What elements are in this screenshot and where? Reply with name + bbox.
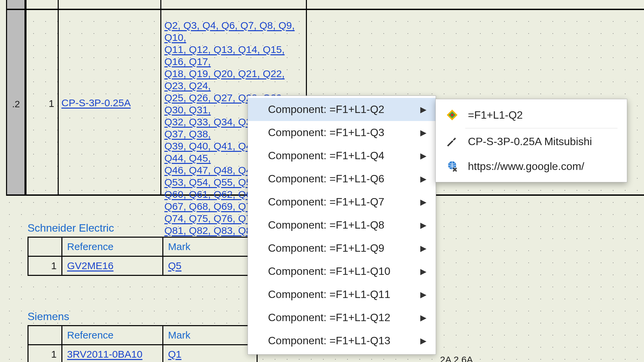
table-row: 1 GV2ME16 Q5 (28, 256, 257, 276)
wrench-icon (445, 134, 459, 148)
chevron-right-icon: ▶ (420, 290, 426, 299)
section-title-schneider: Schneider Electric (28, 222, 114, 234)
col-mark: Mark (163, 237, 257, 256)
context-menu-item[interactable]: Component: =F1+L1-Q8▶ (248, 214, 436, 237)
cell-mark-link[interactable]: Q5 (168, 260, 181, 271)
col-reference: Reference (62, 326, 163, 345)
context-menu-item[interactable]: Component: =F1+L1-Q4▶ (248, 144, 436, 167)
context-menu: Component: =F1+L1-Q2▶Component: =F1+L1-Q… (248, 96, 436, 355)
context-menu-item[interactable]: Component: =F1+L1-Q11▶ (248, 283, 436, 306)
context-submenu: =F1+L1-Q2 CP-S-3P-0.25A Mitsubishi https… (435, 99, 627, 182)
submenu-link[interactable]: https://www.google.com/ (436, 154, 627, 179)
col-number (28, 237, 62, 256)
context-menu-item-label: Component: =F1+L1-Q12 (268, 311, 390, 324)
chevron-right-icon: ▶ (420, 105, 426, 114)
row-reference-link[interactable]: CP-S-3P-0.25A (61, 97, 131, 109)
context-menu-item[interactable]: Component: =F1+L1-Q13▶ (248, 329, 436, 352)
chevron-right-icon: ▶ (420, 197, 426, 207)
cell-number: 1 (28, 256, 62, 276)
row-index: .2 (12, 99, 20, 110)
context-menu-item-label: Component: =F1+L1-Q2 (268, 103, 384, 116)
submenu-separator (465, 128, 618, 128)
row-top-border (6, 9, 644, 10)
col-reference: Reference (62, 237, 163, 256)
table-row: 1 3RV2011-0BA10 Q1 (28, 345, 257, 362)
chevron-right-icon: ▶ (420, 128, 426, 137)
cell-mark-link[interactable]: Q1 (168, 349, 181, 360)
context-menu-item-label: Component: =F1+L1-Q11 (268, 288, 390, 301)
context-menu-item-label: Component: =F1+L1-Q7 (268, 196, 384, 208)
chevron-right-icon: ▶ (420, 336, 426, 346)
component-icon (445, 108, 459, 122)
context-menu-item[interactable]: Component: =F1+L1-Q6▶ (248, 167, 436, 190)
context-menu-item[interactable]: Component: =F1+L1-Q12▶ (248, 306, 436, 329)
globe-link-icon (445, 159, 459, 173)
cell-reference-link[interactable]: 3RV2011-0BA10 (67, 349, 143, 360)
context-menu-item[interactable]: Component: =F1+L1-Q7▶ (248, 190, 436, 214)
context-menu-item-label: Component: =F1+L1-Q10 (268, 265, 390, 278)
chevron-right-icon: ▶ (420, 221, 426, 230)
context-menu-item[interactable]: Component: =F1+L1-Q9▶ (248, 237, 436, 260)
submenu-part-label: CP-S-3P-0.25A Mitsubishi (468, 135, 592, 148)
chevron-right-icon: ▶ (420, 151, 426, 161)
cell-divider (25, 0, 26, 194)
extra-value-text: .2A 2.6A (437, 355, 473, 362)
context-menu-item-label: Component: =F1+L1-Q3 (268, 126, 384, 139)
table-siemens: Reference Mark 1 3RV2011-0BA10 Q1 (28, 325, 258, 362)
context-menu-item-label: Component: =F1+L1-Q6 (268, 173, 384, 185)
context-menu-item[interactable]: Component: =F1+L1-Q3▶ (248, 121, 436, 144)
chevron-right-icon: ▶ (420, 313, 426, 322)
cell-number: 1 (28, 345, 62, 362)
submenu-goto[interactable]: =F1+L1-Q2 (436, 103, 627, 127)
table-schneider: Reference Mark 1 GV2ME16 Q5 (28, 237, 258, 276)
context-menu-item[interactable]: Component: =F1+L1-Q10▶ (248, 260, 436, 283)
submenu-link-label: https://www.google.com/ (468, 160, 584, 173)
context-menu-item-label: Component: =F1+L1-Q9 (268, 242, 384, 254)
section-title-siemens: Siemens (28, 310, 69, 323)
submenu-goto-label: =F1+L1-Q2 (468, 109, 523, 121)
cell-divider (160, 0, 161, 194)
context-menu-item[interactable]: Component: =F1+L1-Q2▶ (248, 98, 436, 121)
context-menu-item-label: Component: =F1+L1-Q8 (268, 219, 384, 231)
chevron-right-icon: ▶ (420, 174, 426, 184)
cell-reference-link[interactable]: GV2ME16 (67, 260, 113, 271)
cell-divider (58, 0, 59, 194)
chevron-right-icon: ▶ (420, 244, 426, 253)
submenu-part[interactable]: CP-S-3P-0.25A Mitsubishi (436, 129, 627, 154)
row-gutter (6, 0, 25, 194)
chevron-right-icon: ▶ (420, 267, 426, 276)
col-number (28, 326, 62, 345)
context-menu-item-label: Component: =F1+L1-Q4 (268, 149, 384, 162)
row-quantity: 1 (49, 98, 54, 109)
col-mark: Mark (163, 326, 257, 345)
context-menu-item-label: Component: =F1+L1-Q13 (268, 335, 390, 347)
svg-point-2 (451, 114, 453, 116)
